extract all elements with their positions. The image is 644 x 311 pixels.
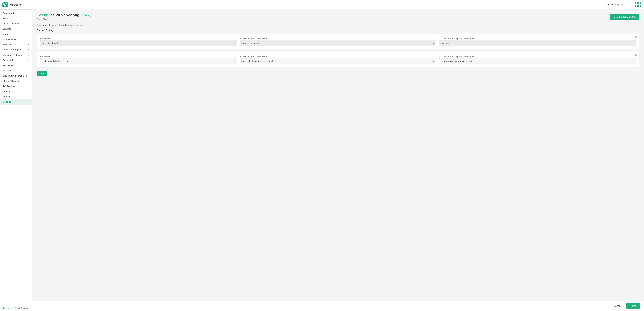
- version-label: v1.2.0-rc6: [11, 307, 20, 309]
- sidebar-item-label-addons: Addons: [3, 90, 10, 93]
- sidebar-item-label-namespaces: Namespaces: [3, 38, 16, 40]
- active-badge: Active: [82, 14, 91, 17]
- config-card-0: × Provisioner * driver.longhorn.io Volum…: [37, 34, 639, 49]
- page-title-area: Setting: csi-driver-config Active Age: 1…: [37, 13, 91, 20]
- sidebar-item-label-virtual-machines: Virtual Machines: [3, 22, 20, 25]
- sidebar-header: Harvester: [0, 0, 32, 9]
- sidebar-item-label-hosts: Hosts: [3, 17, 8, 20]
- chevron-icon-advanced: ▲: [27, 59, 29, 61]
- save-button[interactable]: Save: [626, 303, 640, 309]
- volume-snapshot-group-0: Volume Snapshot Class Name * longhorn-sn…: [240, 37, 436, 46]
- grid-icon: [635, 2, 641, 7]
- chevron-icon-monitoring-logging: ▾: [28, 54, 29, 56]
- chevron-icon-networks: ▾: [28, 43, 29, 46]
- bottom-bar: Cancel Save: [32, 301, 644, 311]
- sidebar-item-images[interactable]: Images: [0, 31, 32, 37]
- sidebar-item-label-settings: Settings: [3, 101, 11, 103]
- sidebar-item-label-pci-devices: PCI Devices: [3, 85, 15, 87]
- backup-volume-snapshot-label-0: Backup Volume Snapshot Class Name *: [439, 37, 636, 39]
- sidebar-item-secrets[interactable]: Secrets: [0, 94, 32, 99]
- sidebar-item-label-secrets: Secrets: [3, 95, 10, 98]
- volume-snapshot-label-0: Volume Snapshot Class Name *: [240, 37, 436, 39]
- main-area: All Namespaces Setting: csi-driver-confi…: [32, 0, 644, 311]
- volume-snapshot-label-1: Volume Snapshot Class Name *: [240, 55, 436, 57]
- sidebar-item-dashboard[interactable]: Dashboard: [0, 10, 32, 16]
- sidebar: Harvester DashboardHostsVirtual Machines…: [0, 0, 32, 311]
- provisioner-group-0: Provisioner * driver.longhorn.io: [40, 37, 237, 46]
- sidebar-item-namespaces[interactable]: Namespaces: [0, 37, 32, 42]
- sidebar-item-label-monitoring-logging: Monitoring & Logging: [3, 54, 24, 56]
- setting-prefix: Setting:: [37, 13, 49, 17]
- sidebar-item-label-cloud-config-templates: Cloud Config Templates: [3, 74, 27, 77]
- volume-snapshot-select-1[interactable]: csi-rbdplugin-snapclass-external: [240, 58, 436, 64]
- provisioner-label-0: Provisioner *: [40, 37, 237, 39]
- sidebar-item-ssh-keys[interactable]: SSH Keys: [0, 68, 32, 73]
- config-cards-container: × Provisioner * driver.longhorn.io Volum…: [37, 34, 639, 67]
- cancel-button[interactable]: Cancel: [610, 303, 624, 309]
- config-card-close-0[interactable]: ×: [635, 35, 637, 38]
- sidebar-item-label-networks: Networks: [3, 43, 12, 46]
- config-card-1: × Provisioner * rook-ceph.rbd.csi.ceph.c…: [37, 52, 639, 67]
- backup-volume-snapshot-label-1: Backup Volume Snapshot Class Name *: [439, 55, 636, 57]
- sidebar-item-label-templates: Templates: [3, 64, 13, 67]
- backup-volume-snapshot-group-1: Backup Volume Snapshot Class Name * csi-…: [439, 55, 636, 64]
- provisioner-select-1[interactable]: rook-ceph.rbd.csi.ceph.com: [40, 58, 237, 64]
- sidebar-item-label-dashboard: Dashboard: [3, 12, 14, 14]
- sidebar-item-templates[interactable]: Templates: [0, 63, 32, 68]
- sidebar-item-label-storage-classes: Storage Classes: [3, 80, 19, 82]
- add-button[interactable]: Add: [37, 71, 47, 76]
- setting-name: csi-driver-config: [50, 13, 79, 17]
- sidebar-item-label-images: Images: [3, 33, 10, 35]
- sidebar-item-pci-devices[interactable]: PCI Devices: [0, 84, 32, 89]
- sidebar-item-addons[interactable]: Addons: [0, 89, 32, 94]
- sidebar-nav: DashboardHostsVirtual MachinesVolumesIma…: [0, 9, 32, 305]
- page-description: Configure additional information for csi…: [37, 24, 639, 26]
- backup-volume-snapshot-select-1[interactable]: csi-rbdplugin-snapclass-external: [439, 58, 636, 64]
- chevron-icon-backup-snapshot: ▾: [28, 49, 29, 51]
- volume-snapshot-select-0[interactable]: longhorn-snapshot: [240, 40, 436, 46]
- volume-snapshot-group-1: Volume Snapshot Class Name * csi-rbdplug…: [240, 55, 436, 64]
- backup-volume-snapshot-select-0[interactable]: longhorn: [439, 40, 636, 46]
- page-title: Setting: csi-driver-config Active: [37, 13, 91, 17]
- provisioner-group-1: Provisioner * rook-ceph.rbd.csi.ceph.com: [40, 55, 237, 64]
- sidebar-item-advanced[interactable]: Advanced▲: [0, 57, 32, 63]
- language-label: English: [21, 307, 28, 309]
- page-age: Age: 17 hours: [37, 18, 91, 20]
- content-area: Setting: csi-driver-config Active Age: 1…: [32, 9, 644, 301]
- sidebar-item-hosts[interactable]: Hosts: [0, 16, 32, 21]
- sidebar-item-label-backup-snapshot: Backup & Snapshot: [3, 48, 23, 51]
- page-header: Setting: csi-driver-config Active Age: 1…: [37, 13, 639, 20]
- sidebar-item-settings[interactable]: Settings: [0, 99, 32, 104]
- provisioner-select-0[interactable]: driver.longhorn.io: [40, 40, 237, 46]
- config-fields-0: Provisioner * driver.longhorn.io Volume …: [40, 37, 636, 46]
- sidebar-item-label-advanced: Advanced: [3, 59, 13, 61]
- app-title: Harvester: [10, 3, 22, 6]
- sidebar-item-monitoring-logging[interactable]: Monitoring & Logging▾: [0, 52, 32, 57]
- app-logo: [2, 2, 8, 7]
- backup-volume-snapshot-group-0: Backup Volume Snapshot Class Name * long…: [439, 37, 636, 46]
- provisioner-label-1: Provisioner *: [40, 55, 237, 57]
- sidebar-item-label-volumes: Volumes: [3, 27, 12, 30]
- sidebar-footer: Support v1.2.0-rc6 English: [0, 305, 32, 311]
- namespace-select[interactable]: All Namespaces: [606, 2, 633, 7]
- sidebar-item-backup-snapshot[interactable]: Backup & Snapshot▾: [0, 47, 32, 52]
- config-fields-1: Provisioner * rook-ceph.rbd.csi.ceph.com…: [40, 55, 636, 64]
- sidebar-item-networks[interactable]: Networks▾: [0, 42, 32, 47]
- topbar: All Namespaces: [32, 0, 644, 9]
- sidebar-item-volumes[interactable]: Volumes: [0, 26, 32, 31]
- support-link[interactable]: Support: [2, 307, 10, 309]
- sidebar-item-cloud-config-templates[interactable]: Cloud Config Templates: [0, 73, 32, 78]
- change-setting-label: Change Setting:: [37, 29, 639, 32]
- sidebar-item-label-ssh-keys: SSH Keys: [3, 69, 13, 72]
- sidebar-item-storage-classes[interactable]: Storage Classes: [0, 78, 32, 84]
- config-card-close-1[interactable]: ×: [635, 53, 637, 56]
- sidebar-item-virtual-machines[interactable]: Virtual Machines: [0, 21, 32, 26]
- use-default-button[interactable]: Use the default value: [610, 14, 639, 20]
